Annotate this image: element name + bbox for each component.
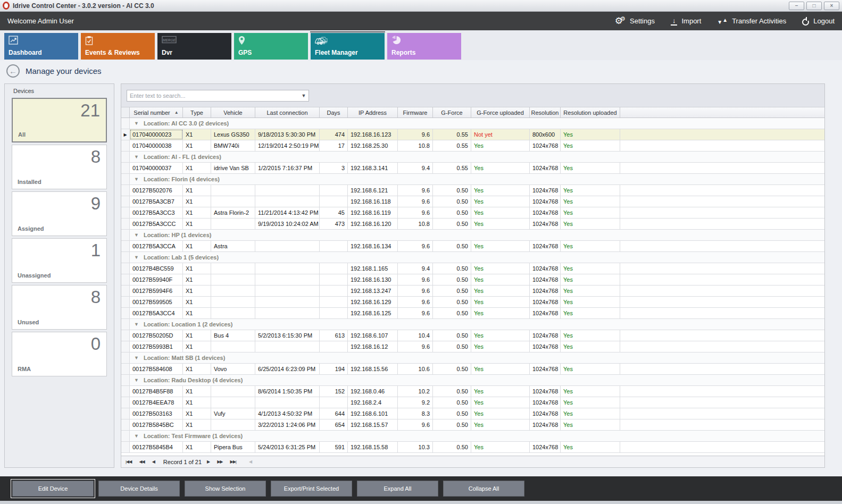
filter-card-unassigned[interactable]: 1Unassigned (12, 238, 107, 283)
column-header-serial-number[interactable]: Serial number▲ (130, 107, 183, 117)
filter-card-installed[interactable]: 8Installed (12, 145, 107, 189)
group-row[interactable]: ▼Location: Al CC 3.0 (2 devices) (121, 118, 824, 129)
device-row[interactable]: 00127B5845B4X1Pipera Bus5/24/2013 6:31:2… (121, 442, 824, 453)
device-row[interactable]: 00127B5A3CCAX1Astra192.168.16.1349.60.50… (121, 241, 824, 252)
column-header-ip-address[interactable]: IP Address (348, 107, 398, 117)
search-dropdown-icon[interactable]: ▼ (299, 93, 309, 98)
last-record-button[interactable]: ▶▶| (230, 459, 236, 464)
search-input[interactable] (127, 93, 299, 99)
group-row[interactable]: ▼Location: HP (1 devices) (121, 230, 824, 241)
device-row[interactable]: 00127B59940FX1192.168.16.1309.60.50Yes10… (121, 274, 824, 285)
column-header-last-connection[interactable]: Last connection (255, 107, 320, 117)
column-header-g-force[interactable]: G-Force (433, 107, 471, 117)
cell-resolution-uploaded: Yes (561, 330, 620, 341)
device-row[interactable]: 017040000037X1idrive Van SB1/2/2015 7:16… (121, 163, 824, 174)
group-label: ▼Location: Test Firmware (1 devices) (130, 431, 243, 441)
transfer-activities-button[interactable]: Transfer Activities (717, 17, 786, 25)
close-button[interactable]: × (824, 2, 839, 10)
collapse-group-icon[interactable]: ▼ (134, 154, 139, 159)
cell-resolution-uploaded: Yes (561, 274, 620, 285)
collapse-group-icon[interactable]: ▼ (134, 255, 139, 260)
device-row[interactable]: 00127B5993B1X1192.168.16.129.60.50Yes102… (121, 341, 824, 352)
device-row[interactable]: 017040000038X1BMW740i12/19/2014 2:50:19 … (121, 140, 824, 152)
device-row[interactable]: 00127B599505X1192.168.16.1299.60.50Yes10… (121, 297, 824, 308)
collapse-group-icon[interactable]: ▼ (134, 121, 139, 126)
device-row[interactable]: 00127B4B5F88X18/6/2014 1:50:35 PM152192.… (121, 386, 824, 397)
cell-ip-address: 192.168.2.4 (348, 397, 398, 408)
group-row[interactable]: ▼Location: Florin (4 devices) (121, 174, 824, 185)
cell-last-connection (255, 196, 320, 207)
group-row[interactable]: ▼Location: Radu Desktop (4 devices) (121, 375, 824, 386)
maximize-button[interactable]: □ (806, 2, 822, 10)
first-record-button[interactable]: |◀◀ (126, 459, 131, 464)
group-row[interactable]: ▼Location: Al - FL (1 devices) (121, 152, 824, 163)
column-header-g-force-uploaded[interactable]: G-Force uploaded (471, 107, 530, 117)
collapse-group-icon[interactable]: ▼ (134, 433, 139, 439)
prev-record-button[interactable]: ◀ (152, 459, 155, 464)
collapse-all-button[interactable]: Collapse All (443, 481, 524, 497)
show-selection-button[interactable]: Show Selection (185, 481, 266, 497)
column-header-firmware[interactable]: Firmware (398, 107, 433, 117)
minimize-button[interactable]: – (789, 2, 804, 10)
collapse-group-icon[interactable]: ▼ (134, 177, 139, 182)
cell-g-force-uploaded: Yes (471, 263, 530, 274)
group-row[interactable]: ▼Location: Location 1 (2 devices) (121, 319, 824, 330)
collapse-group-icon[interactable]: ▼ (134, 377, 139, 383)
column-header-vehicle[interactable]: Vehicle (211, 107, 255, 117)
device-row[interactable]: 00127B4BC559X1192.168.1.1659.40.50Yes102… (121, 263, 824, 274)
import-button[interactable]: Import (671, 17, 701, 26)
tab-dashboard[interactable]: Dashboard (4, 33, 78, 60)
device-row[interactable]: 00127B5845BCX13/22/2013 1:24:06 PM654192… (121, 419, 824, 431)
collapse-group-icon[interactable]: ▼ (134, 355, 139, 360)
tab-fleet-manager[interactable]: Fleet Manager (311, 33, 385, 60)
column-header-type[interactable]: Type (183, 107, 211, 117)
cell-g-force: 0.50 (433, 341, 471, 352)
cell-g-force-uploaded: Yes (471, 442, 530, 452)
device-row[interactable]: 00127B4EEA78X1192.168.2.49.20.50Yes1024x… (121, 397, 824, 408)
group-row[interactable]: ▼Location: Matt SB (1 devices) (121, 352, 824, 364)
column-header-resolution-uploaded[interactable]: Resolution uploaded (561, 107, 620, 117)
cell-resolution: 1024x768 (530, 219, 561, 229)
logout-button[interactable]: Logout (802, 17, 835, 26)
device-row[interactable]: 00127B5A3CC3X1Astra Florin-211/21/2014 4… (121, 207, 824, 219)
settings-button[interactable]: Settings (615, 16, 655, 26)
filter-card-all[interactable]: 21All (12, 98, 107, 142)
cell-type: X1 (183, 274, 211, 285)
prev-page-button[interactable]: ◀◀ (139, 459, 144, 464)
device-row[interactable]: 00127B50205DX1Bus 45/2/2013 6:15:30 PM61… (121, 330, 824, 341)
collapse-group-icon[interactable]: ▼ (134, 232, 139, 238)
collapse-group-icon[interactable]: ▼ (134, 322, 139, 327)
tab-dvr[interactable]: MERGEDvr (157, 33, 231, 60)
tab-reports[interactable]: Reports (387, 33, 461, 60)
device-row[interactable]: 00127B502076X1192.168.6.1219.60.50Yes102… (121, 185, 824, 196)
expand-all-button[interactable]: Expand All (357, 481, 438, 497)
cell-last-connection: 3/22/2013 1:24:06 PM (255, 419, 320, 430)
cell-g-force: 0.50 (433, 285, 471, 296)
filter-card-rma[interactable]: 0RMA (12, 332, 107, 376)
device-row[interactable]: 00127B584608X1Vovo6/25/2014 6:23:09 PM19… (121, 364, 824, 375)
next-record-button[interactable]: ▶ (207, 459, 210, 464)
device-details-button[interactable]: Device Details (98, 481, 180, 497)
back-button[interactable]: ← (6, 64, 20, 78)
group-row[interactable]: ▼Location: Test Firmware (1 devices) (121, 431, 824, 442)
device-row[interactable]: ▶017040000023X1Lexus GS3509/18/2013 5:30… (121, 129, 824, 140)
filter-card-unused[interactable]: 8Unused (12, 285, 107, 330)
device-row[interactable]: 00127B5A3CB7X1192.168.16.1189.60.50Yes10… (121, 196, 824, 207)
device-row[interactable]: 00127B5994F6X1192.168.13.2479.60.50Yes10… (121, 285, 824, 297)
device-row[interactable]: 00127B5A3CCCX19/19/2013 10:24:02 AM47319… (121, 219, 824, 230)
group-label: ▼Location: Florin (4 devices) (130, 174, 220, 184)
filter-card-assigned[interactable]: 9Assigned (12, 191, 107, 236)
column-header-days[interactable]: Days (320, 107, 348, 117)
export-print-selected-button[interactable]: Export/Print Selected (271, 481, 352, 497)
edit-device-button[interactable]: Edit Device (12, 481, 94, 497)
cell-resolution-uploaded: Yes (561, 140, 620, 151)
device-row[interactable]: 00127B503163X1Vufy4/1/2013 4:50:32 PM644… (121, 408, 824, 419)
group-row[interactable]: ▼Location: Lab 1 (5 devices) (121, 252, 824, 263)
hscroll-left-icon[interactable]: ◀ (249, 459, 252, 464)
next-page-button[interactable]: ▶▶ (217, 459, 222, 464)
column-header-resolution[interactable]: Resolution (530, 107, 561, 117)
tab-events-reviews[interactable]: Events & Reviews (81, 33, 155, 60)
device-row[interactable]: 00127B5A3CC4X1192.168.16.1259.60.50Yes10… (121, 308, 824, 319)
search-combo[interactable]: ▼ (127, 90, 309, 102)
tab-gps[interactable]: GPS (234, 33, 308, 60)
